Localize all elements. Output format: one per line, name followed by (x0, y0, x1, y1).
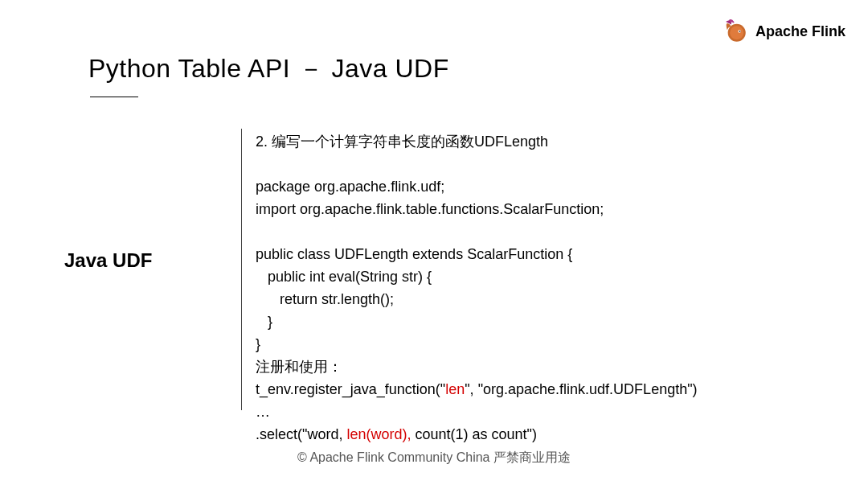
code-method-close: } (256, 310, 698, 333)
section-label: Java UDF (64, 249, 152, 272)
register-line-1: t_env.register_java_function("len", "org… (256, 378, 698, 401)
content-heading: 2. 编写一个计算字符串长度的函数UDFLength (256, 130, 698, 153)
logo-area: Apache Flink (722, 18, 845, 45)
code-return: return str.length(); (256, 288, 698, 310)
code-method-open: public int eval(String str) { (256, 265, 698, 288)
register-line-ellipsis: … (256, 401, 698, 423)
svg-point-1 (730, 26, 743, 39)
code-class-open: public class UDFLength extends ScalarFun… (256, 243, 698, 265)
svg-point-3 (739, 31, 741, 32)
code-import: import org.apache.flink.table.functions.… (256, 198, 698, 220)
title-underline (90, 97, 138, 97)
content-block: 2. 编写一个计算字符串长度的函数UDFLength package org.a… (256, 130, 698, 446)
footer-text: © Apache Flink Community China 严禁商业用途 (0, 450, 868, 466)
register-line-select: .select("word, len(word), count(1) as co… (256, 423, 698, 446)
flink-squirrel-icon (722, 18, 749, 45)
code-class-close: } (256, 333, 698, 355)
logo-text: Apache Flink (755, 23, 845, 40)
code-package: package org.apache.flink.udf; (256, 175, 698, 198)
slide-title: Python Table API － Java UDF (88, 51, 449, 87)
register-label: 注册和使用： (256, 355, 698, 378)
content-divider (241, 129, 242, 410)
